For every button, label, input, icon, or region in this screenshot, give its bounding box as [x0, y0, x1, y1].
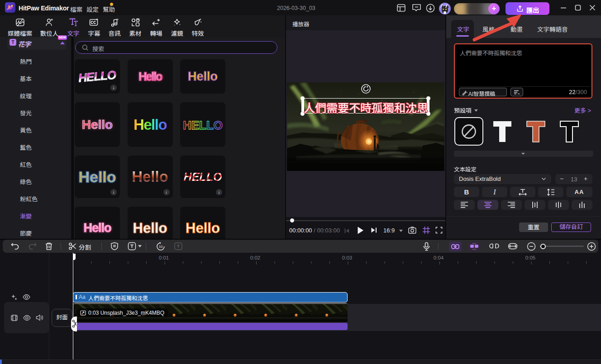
svg-text:10: 10 [159, 245, 162, 249]
svg-text:HELLO: HELLO [183, 118, 223, 132]
